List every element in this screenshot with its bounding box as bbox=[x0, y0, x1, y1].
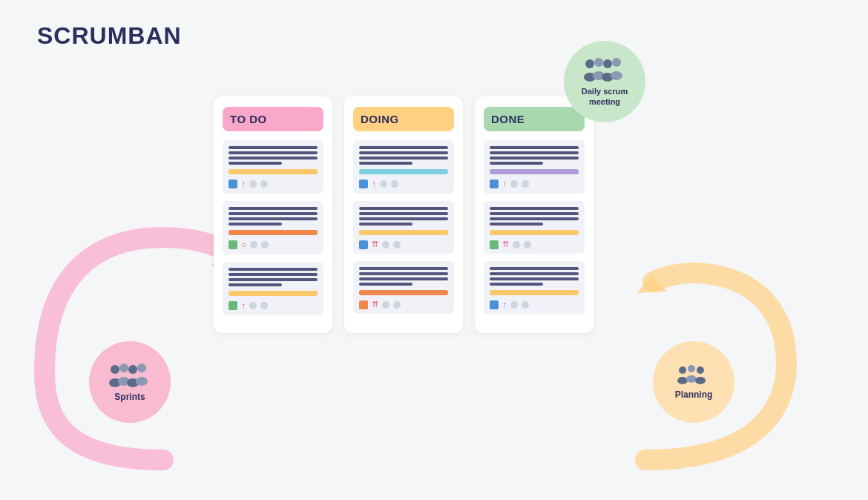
card-dot bbox=[522, 180, 529, 188]
card-line bbox=[359, 212, 448, 215]
priority-icon: ↑ bbox=[241, 300, 246, 311]
people-icon bbox=[582, 56, 627, 85]
card-line-short bbox=[228, 283, 282, 286]
card-accent bbox=[490, 169, 579, 174]
card-lines bbox=[490, 207, 579, 226]
card-line bbox=[228, 212, 318, 215]
card-line bbox=[228, 278, 318, 281]
card: ↑ bbox=[223, 262, 323, 315]
card-dot bbox=[510, 180, 518, 188]
card-line bbox=[359, 146, 448, 149]
card-tag bbox=[359, 240, 368, 249]
card-line bbox=[490, 157, 579, 159]
priority-icon: ○ bbox=[241, 240, 246, 250]
card: ↑ bbox=[484, 140, 585, 194]
card-accent bbox=[359, 169, 448, 174]
card-accent bbox=[490, 290, 579, 295]
card-line-short bbox=[359, 223, 412, 226]
card-tag bbox=[359, 180, 368, 188]
svg-point-15 bbox=[136, 377, 148, 386]
card: ↑ bbox=[223, 140, 323, 194]
card-line bbox=[359, 267, 448, 270]
svg-point-21 bbox=[695, 377, 706, 384]
card: ↑ bbox=[484, 261, 585, 315]
card-accent bbox=[359, 290, 448, 295]
card-dot bbox=[249, 180, 257, 188]
card: ⇈ bbox=[484, 201, 585, 254]
card-tag bbox=[359, 300, 368, 309]
card-footer: ↑ bbox=[490, 179, 579, 189]
card-dot bbox=[510, 301, 518, 309]
svg-point-9 bbox=[119, 364, 128, 372]
daily-scrum-label: Daily scrum meeting bbox=[571, 86, 638, 108]
card-accent bbox=[490, 230, 579, 235]
card: ○ bbox=[223, 201, 323, 254]
card-lines bbox=[359, 146, 448, 165]
card-line bbox=[228, 207, 318, 210]
svg-point-19 bbox=[677, 377, 688, 384]
card-footer: ↑ bbox=[228, 300, 318, 311]
card-dot bbox=[260, 180, 268, 188]
column-doing: DOING ↑ bbox=[344, 96, 463, 333]
card-line bbox=[228, 146, 318, 149]
card-line bbox=[490, 267, 579, 270]
card-dot bbox=[522, 301, 529, 309]
card-dot bbox=[513, 241, 520, 249]
card-lines bbox=[228, 207, 318, 226]
card-dot bbox=[382, 301, 389, 309]
svg-point-10 bbox=[128, 365, 137, 374]
column-todo: TO DO ↑ bbox=[214, 96, 332, 333]
card-dot bbox=[393, 241, 401, 249]
card-line bbox=[228, 157, 318, 159]
card-accent bbox=[228, 230, 318, 235]
card-dot bbox=[382, 241, 389, 249]
card-dot bbox=[249, 302, 257, 309]
svg-point-20 bbox=[686, 375, 697, 383]
card-line bbox=[490, 151, 579, 154]
svg-point-17 bbox=[688, 365, 695, 372]
card-tag bbox=[228, 301, 237, 310]
card-line-short bbox=[228, 162, 282, 165]
card-lines bbox=[490, 267, 579, 286]
card-tag bbox=[228, 180, 237, 188]
kanban-board: TO DO ↑ bbox=[208, 96, 599, 333]
col-header-doing: DOING bbox=[353, 107, 454, 131]
card-dot bbox=[261, 241, 269, 249]
col-header-todo: TO DO bbox=[223, 107, 323, 131]
card-tag bbox=[490, 300, 499, 309]
card: ⇈ bbox=[353, 261, 454, 314]
card-footer: ↑ bbox=[228, 179, 318, 189]
card-line bbox=[359, 277, 448, 280]
planning-label: Planning bbox=[675, 389, 713, 400]
card-footer: ⇈ bbox=[359, 240, 448, 249]
card-line bbox=[359, 151, 448, 154]
svg-point-1 bbox=[594, 58, 603, 67]
card-accent bbox=[228, 291, 318, 296]
card-dot bbox=[260, 302, 268, 309]
card-footer: ↑ bbox=[359, 179, 448, 189]
card-line bbox=[490, 277, 579, 280]
card-lines bbox=[228, 146, 318, 165]
card-lines bbox=[359, 207, 448, 226]
priority-icon: ⇈ bbox=[502, 240, 509, 249]
card-tag bbox=[490, 240, 499, 249]
priority-icon: ⇈ bbox=[372, 240, 378, 249]
card-tag bbox=[490, 180, 499, 188]
card-dot bbox=[393, 301, 401, 309]
card-accent bbox=[228, 169, 318, 174]
card-lines bbox=[228, 268, 318, 286]
priority-icon: ↑ bbox=[372, 179, 376, 189]
card-line bbox=[228, 268, 318, 271]
card-line bbox=[359, 272, 448, 275]
card-line-short bbox=[359, 162, 412, 165]
card: ⇈ bbox=[353, 201, 454, 254]
daily-scrum-bubble: Daily scrum meeting bbox=[564, 41, 645, 122]
planning-bubble: Planning bbox=[653, 341, 734, 423]
priority-icon: ↑ bbox=[502, 300, 507, 310]
svg-point-8 bbox=[111, 365, 119, 374]
svg-point-3 bbox=[612, 58, 621, 67]
card-line bbox=[490, 207, 579, 210]
card-lines bbox=[359, 267, 448, 286]
card-dot bbox=[250, 241, 257, 249]
card-line-short bbox=[490, 283, 543, 286]
